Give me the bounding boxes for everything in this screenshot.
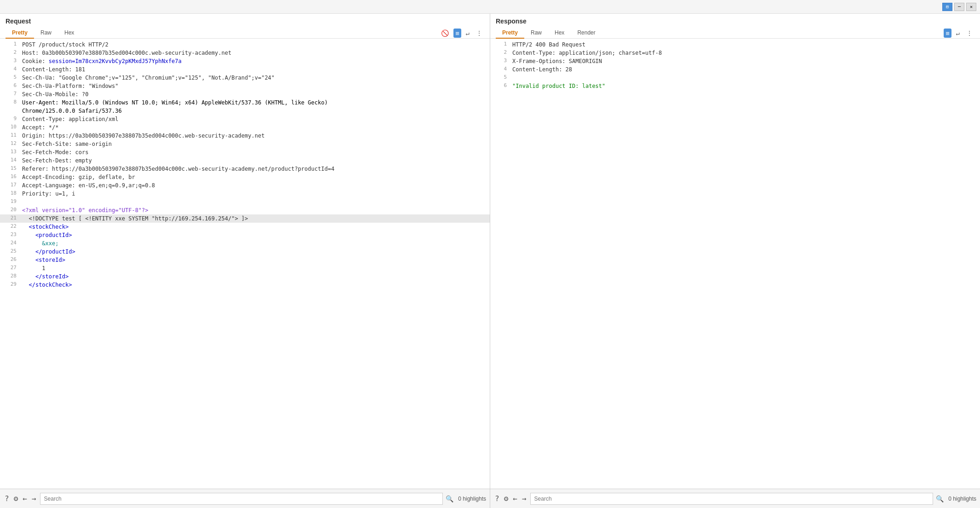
- code-line: 29 </stockCheck>: [0, 281, 490, 289]
- code-line: 1POST /product/stock HTTP/2: [0, 40, 490, 49]
- response-bottom-panel: ? ⚙ ← → 🔍 0 highlights: [490, 489, 980, 508]
- code-line: 6"Invalid product ID: latest": [490, 82, 980, 90]
- minimize-button[interactable]: ─: [954, 3, 964, 11]
- request-tab-pretty[interactable]: Pretty: [6, 28, 34, 39]
- code-line: 10Accept: */*: [0, 123, 490, 132]
- code-line: 25 </productId>: [0, 248, 490, 256]
- response-settings-icon[interactable]: ⚙: [503, 493, 510, 504]
- response-code-area[interactable]: 1HTTP/2 400 Bad Request2Content-Type: ap…: [490, 39, 980, 489]
- request-code-area[interactable]: 1POST /product/stock HTTP/22Host: 0a3b00…: [0, 39, 490, 489]
- code-line: 21 <!DOCTYPE test [ <!ENTITY xxe SYSTEM …: [0, 214, 490, 223]
- code-line: 2Content-Type: application/json; charset…: [490, 49, 980, 57]
- request-tab-raw[interactable]: Raw: [34, 28, 58, 39]
- code-line: Chrome/125.0.0.0 Safari/537.36: [0, 107, 490, 115]
- response-highlights-badge: 0 highlights: [946, 496, 976, 502]
- code-line: 14Sec-Fetch-Dest: empty: [0, 156, 490, 165]
- code-line: 13Sec-Fetch-Mode: cors: [0, 148, 490, 156]
- request-highlights-badge: 0 highlights: [456, 496, 486, 502]
- code-line: 6Sec-Ch-Ua-Platform: "Windows": [0, 82, 490, 90]
- request-tab-icons: 🚫 ≡ ↵ ⋮: [439, 29, 484, 38]
- code-line: 15Referer: https://0a3b00b503907e38807b3…: [0, 165, 490, 173]
- response-help-icon[interactable]: ?: [494, 493, 500, 504]
- grid-view-button[interactable]: ⊞: [942, 3, 952, 11]
- request-ln-icon[interactable]: ↵: [464, 29, 471, 38]
- code-line: 9Content-Type: application/xml: [0, 115, 490, 123]
- request-back-icon[interactable]: ←: [22, 493, 28, 504]
- code-line: 17Accept-Language: en-US,en;q=0.9,ar;q=0…: [0, 181, 490, 190]
- code-line: 4Content-Length: 28: [490, 65, 980, 74]
- request-header: Request Pretty Raw Hex 🚫 ≡ ↵ ⋮: [0, 14, 490, 39]
- code-line: 3X-Frame-Options: SAMEORIGIN: [490, 57, 980, 65]
- response-forward-icon[interactable]: →: [521, 493, 527, 504]
- code-line: 7Sec-Ch-Ua-Mobile: ?0: [0, 90, 490, 98]
- code-line: 8User-Agent: Mozilla/5.0 (Windows NT 10.…: [0, 98, 490, 107]
- request-settings-icon[interactable]: ⚙: [13, 493, 19, 504]
- request-menu-icon[interactable]: ⋮: [474, 29, 484, 38]
- response-panel: Response Pretty Raw Hex Render ≡ ↵ ⋮ 1HT…: [490, 14, 980, 489]
- response-tab-render[interactable]: Render: [571, 28, 602, 39]
- response-ln-icon[interactable]: ↵: [954, 29, 962, 38]
- code-line: 1HTTP/2 400 Bad Request: [490, 40, 980, 49]
- code-line: 18Priority: u=1, i: [0, 190, 490, 198]
- request-eye-off-icon[interactable]: 🚫: [439, 29, 451, 38]
- bottom-bar: ? ⚙ ← → 🔍 0 highlights ? ⚙ ← → 🔍 0 highl…: [0, 489, 980, 508]
- response-wrap-icon[interactable]: ≡: [944, 29, 951, 38]
- code-line: 2Host: 0a3b00b503907e38807b35ed004c000c.…: [0, 49, 490, 57]
- code-line: 12Sec-Fetch-Site: same-origin: [0, 140, 490, 148]
- response-tab-raw[interactable]: Raw: [524, 28, 548, 39]
- code-line: 20<?xml version="1.0" encoding="UTF-8"?>: [0, 206, 490, 214]
- code-line: 24 &xxe;: [0, 239, 490, 248]
- response-back-icon[interactable]: ←: [512, 493, 518, 504]
- request-tab-hex[interactable]: Hex: [58, 28, 80, 39]
- response-title: Response: [496, 17, 974, 25]
- response-tab-icons: ≡ ↵ ⋮: [944, 29, 974, 38]
- code-line: 11Origin: https://0a3b00b503907e38807b35…: [0, 132, 490, 140]
- request-bottom-panel: ? ⚙ ← → 🔍 0 highlights: [0, 489, 490, 508]
- response-header: Response Pretty Raw Hex Render ≡ ↵ ⋮: [490, 14, 980, 39]
- response-tabs-row: Pretty Raw Hex Render ≡ ↵ ⋮: [496, 28, 974, 38]
- response-search-icon[interactable]: 🔍: [936, 495, 944, 502]
- main-area: Request Pretty Raw Hex 🚫 ≡ ↵ ⋮ 1POST /pr…: [0, 14, 980, 489]
- request-help-icon[interactable]: ?: [4, 493, 10, 504]
- code-line: 3Cookie: session=Im78cxn2KvvbCy2pKMxdJ57…: [0, 57, 490, 65]
- code-line: 5: [490, 74, 980, 82]
- code-line: 5Sec-Ch-Ua: "Google Chrome";v="125", "Ch…: [0, 74, 490, 82]
- code-line: 4Content-Length: 181: [0, 65, 490, 74]
- response-search-input[interactable]: [530, 493, 934, 505]
- response-tab-hex[interactable]: Hex: [548, 28, 571, 39]
- code-line: 28 </storeId>: [0, 272, 490, 281]
- request-tabs-row: Pretty Raw Hex 🚫 ≡ ↵ ⋮: [6, 28, 484, 38]
- request-panel: Request Pretty Raw Hex 🚫 ≡ ↵ ⋮ 1POST /pr…: [0, 14, 490, 489]
- request-search-input[interactable]: [40, 493, 443, 505]
- code-line: 27 1: [0, 264, 490, 272]
- close-button[interactable]: ✕: [966, 3, 976, 11]
- request-search-icon[interactable]: 🔍: [446, 495, 453, 502]
- code-line: 19: [0, 198, 490, 206]
- code-line: 22 <stockCheck>: [0, 223, 490, 231]
- top-toolbar: ⊞ ─ ✕: [0, 0, 980, 14]
- request-wrap-icon[interactable]: ≡: [453, 29, 461, 38]
- response-tab-pretty[interactable]: Pretty: [496, 28, 524, 39]
- request-title: Request: [6, 17, 484, 25]
- response-menu-icon[interactable]: ⋮: [964, 29, 974, 38]
- code-line: 23 <productId>: [0, 231, 490, 239]
- request-forward-icon[interactable]: →: [31, 493, 37, 504]
- code-line: 16Accept-Encoding: gzip, deflate, br: [0, 173, 490, 181]
- code-line: 26 <storeId>: [0, 256, 490, 264]
